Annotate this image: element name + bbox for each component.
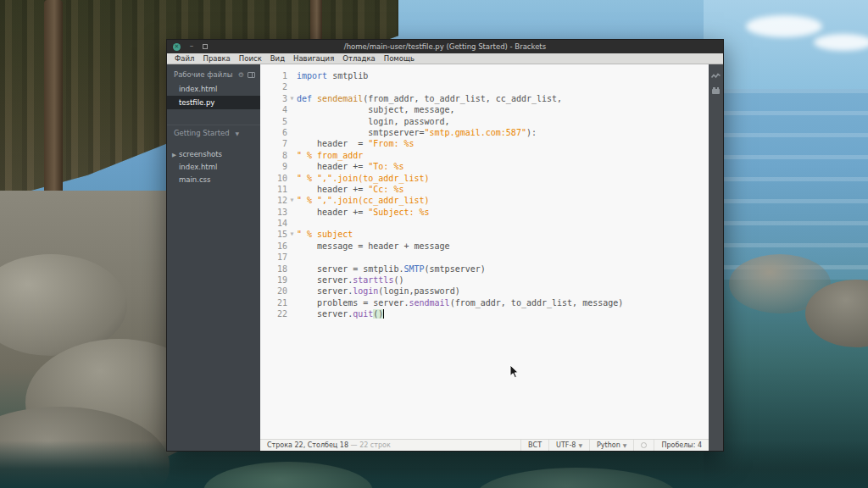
working-file-index.html[interactable]: index.html: [167, 82, 260, 96]
chevron-down-icon: ▼: [578, 442, 582, 448]
code-line[interactable]: 8" % from_addr: [260, 150, 709, 161]
code-token: "Subject: %s: [368, 208, 429, 217]
code-token: (): [393, 275, 403, 285]
chevron-down-icon: ▼: [235, 130, 239, 136]
fold-arrow-icon[interactable]: ▼: [287, 229, 297, 240]
fold-spacer: [287, 274, 297, 286]
menu-item-4[interactable]: Навигация: [289, 54, 338, 63]
fold-arrow-icon[interactable]: ▼: [287, 93, 297, 104]
menu-item-3[interactable]: Вид: [266, 54, 289, 63]
split-view-icon[interactable]: [248, 72, 255, 78]
menu-item-0[interactable]: Файл: [170, 54, 198, 63]
chevron-down-icon: ▼: [623, 442, 627, 448]
code-token: header +=: [297, 162, 368, 171]
fold-spacer: [287, 218, 297, 229]
code-token: smtpserver=: [297, 128, 425, 137]
encoding-dropdown[interactable]: UTF-8 ▼: [548, 440, 589, 451]
code-text: header += "Subject: %s: [297, 207, 430, 218]
code-line[interactable]: 13 header += "Subject: %s: [260, 207, 709, 218]
working-files-header: Рабочие файлы ⚙: [167, 64, 260, 82]
code-token: "smtp.gmail.com:587": [425, 128, 526, 137]
menu-item-2[interactable]: Поиск: [235, 54, 266, 63]
line-number: 9: [260, 161, 287, 172]
code-token: import: [297, 71, 327, 80]
code-line[interactable]: 20 server.login(login,password): [260, 286, 709, 297]
title-bar[interactable]: ✕ – /home/main-user/testfile.py (Getting…: [167, 40, 723, 53]
insert-mode-indicator[interactable]: ВСТ: [520, 440, 548, 451]
minimize-button[interactable]: –: [188, 43, 195, 50]
working-file-testfile.py[interactable]: testfile.py: [167, 96, 260, 109]
code-line[interactable]: 7 header = "From: %s: [260, 138, 709, 149]
project-header[interactable]: Getting Started ▼: [167, 125, 260, 141]
tree-item-index.html[interactable]: index.html: [167, 160, 260, 173]
code-line[interactable]: 2: [260, 81, 709, 92]
lint-status[interactable]: [633, 440, 654, 451]
code-text: " % subject: [297, 229, 353, 240]
code-line[interactable]: 10" % ",".join(to_addr_list): [260, 173, 709, 184]
line-number: 18: [260, 263, 287, 274]
code-token: (from_addr, to_addr_list, message): [450, 298, 624, 308]
code-token: "Cc: %s: [368, 185, 403, 194]
fold-spacer: [287, 138, 297, 149]
line-number: 20: [260, 286, 287, 297]
gear-icon[interactable]: ⚙: [238, 71, 244, 79]
code-line[interactable]: 6 smtpserver="smtp.gmail.com:587"):: [260, 127, 709, 138]
code-token: server.: [297, 275, 353, 285]
line-number: 13: [260, 207, 287, 218]
fold-spacer: [287, 161, 297, 172]
tree-item-screenshots[interactable]: ▶screenshots: [167, 147, 260, 160]
code-line[interactable]: 15▼" % subject: [260, 229, 709, 240]
code-editor[interactable]: 1import smtplib23▼def sendemail(from_add…: [260, 64, 709, 439]
tree-trunk: [44, 0, 63, 195]
menu-item-1[interactable]: Правка: [198, 54, 234, 63]
language-dropdown[interactable]: Python ▼: [589, 440, 633, 451]
code-text: " % ",".join(to_addr_list): [297, 173, 430, 184]
code-line[interactable]: 21 problems = server.sendmail(from_addr,…: [260, 297, 709, 308]
code-token: login: [353, 286, 378, 296]
line-count-text: — 22 строк: [351, 441, 391, 449]
code-line[interactable]: 1import smtplib: [260, 70, 709, 81]
tree-item-main.css[interactable]: main.css: [167, 173, 260, 186]
code-line[interactable]: 4 subject, message,: [260, 104, 709, 115]
insert-mode-label: ВСТ: [528, 441, 542, 449]
cursor-position: Строка 22, Столбец 18 — 22 строк: [260, 441, 520, 449]
code-line[interactable]: 19 server.starttls(): [260, 274, 709, 286]
code-token: server = smtplib.: [297, 264, 403, 274]
fold-spacer: [287, 241, 297, 252]
code-line[interactable]: 3▼def sendemail(from_addr, to_addr_list,…: [260, 93, 709, 104]
code-token: (login,password): [378, 286, 459, 296]
line-number: 15: [260, 229, 287, 240]
close-button[interactable]: ✕: [173, 43, 181, 51]
code-line[interactable]: 11 header += "Cc: %s: [260, 184, 709, 195]
code-line[interactable]: 17: [260, 252, 709, 263]
indent-setting[interactable]: Пробелы: 4: [654, 440, 709, 451]
menu-item-6[interactable]: Помощь: [380, 54, 419, 63]
code-text: " % ",".join(cc_addr_list): [297, 195, 430, 206]
extension-manager-icon[interactable]: [712, 89, 720, 94]
code-token: header =: [297, 139, 368, 148]
code-text: subject, message,: [297, 104, 455, 115]
code-token: problems = server.: [297, 298, 409, 308]
code-line[interactable]: 22 server.quit(): [260, 308, 709, 319]
code-line[interactable]: 18 server = smtplib.SMTP(smtpserver): [260, 263, 709, 274]
fold-arrow-icon[interactable]: ▼: [287, 195, 297, 206]
code-token: "From: %s: [368, 139, 414, 148]
menu-item-5[interactable]: Отладка: [338, 54, 380, 63]
line-number: 6: [260, 127, 287, 138]
window-controls: ✕ –: [167, 43, 208, 51]
code-line[interactable]: 16 message = header + message: [260, 241, 709, 252]
lint-circle-icon: [641, 442, 647, 448]
project-name: Getting Started: [174, 129, 230, 137]
code-token: def: [297, 94, 312, 103]
code-token: smtplib: [327, 71, 368, 80]
code-token: " % ",".join(to_addr_list): [297, 174, 430, 183]
maximize-button[interactable]: [203, 44, 208, 49]
code-line[interactable]: 14: [260, 218, 709, 229]
menu-bar: ФайлПравкаПоискВидНавигацияОтладкаПомощь: [167, 53, 723, 64]
code-line[interactable]: 12▼" % ",".join(cc_addr_list): [260, 195, 709, 206]
code-line[interactable]: 9 header += "To: %s: [260, 161, 709, 172]
code-token: (smtpserver): [425, 264, 486, 274]
live-preview-icon[interactable]: [711, 73, 721, 80]
code-line[interactable]: 5 login, password,: [260, 116, 709, 127]
fold-spacer: [287, 70, 297, 81]
